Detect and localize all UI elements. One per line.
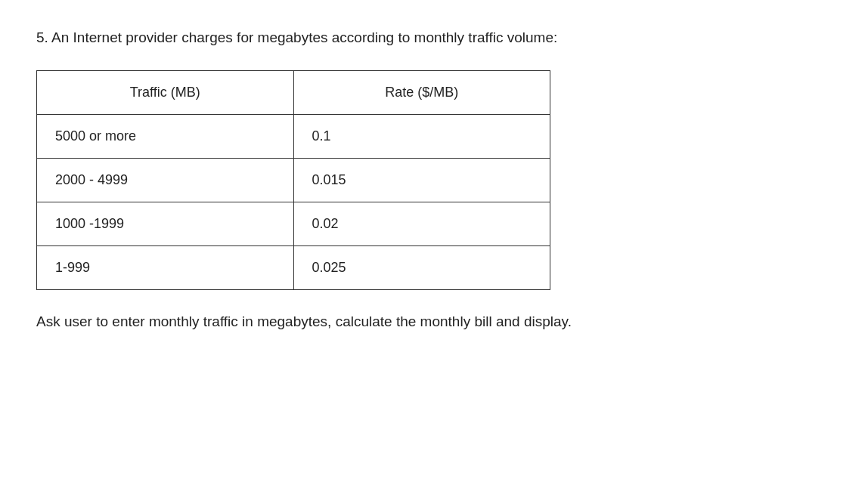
table-row: 1000 -19990.02	[37, 202, 550, 245]
col-header-rate: Rate ($/MB)	[293, 70, 550, 114]
table-cell-0-0: 5000 or more	[37, 114, 294, 158]
intro-text: 5. An Internet provider charges for mega…	[36, 27, 832, 49]
table-row: 5000 or more0.1	[37, 114, 550, 158]
footer-text: Ask user to enter monthly traffic in meg…	[36, 311, 832, 333]
table-cell-1-1: 0.015	[293, 158, 550, 202]
table-cell-0-1: 0.1	[293, 114, 550, 158]
table-row: 2000 - 49990.015	[37, 158, 550, 202]
col-header-traffic: Traffic (MB)	[37, 70, 294, 114]
table-cell-1-0: 2000 - 4999	[37, 158, 294, 202]
table-cell-3-0: 1-999	[37, 245, 294, 289]
traffic-table: Traffic (MB) Rate ($/MB) 5000 or more0.1…	[36, 70, 550, 290]
page-content: 5. An Internet provider charges for mega…	[36, 27, 832, 332]
table-header-row: Traffic (MB) Rate ($/MB)	[37, 70, 550, 114]
table-cell-3-1: 0.025	[293, 245, 550, 289]
table-row: 1-9990.025	[37, 245, 550, 289]
table-wrapper: Traffic (MB) Rate ($/MB) 5000 or more0.1…	[36, 70, 832, 290]
table-cell-2-0: 1000 -1999	[37, 202, 294, 245]
table-cell-2-1: 0.02	[293, 202, 550, 245]
